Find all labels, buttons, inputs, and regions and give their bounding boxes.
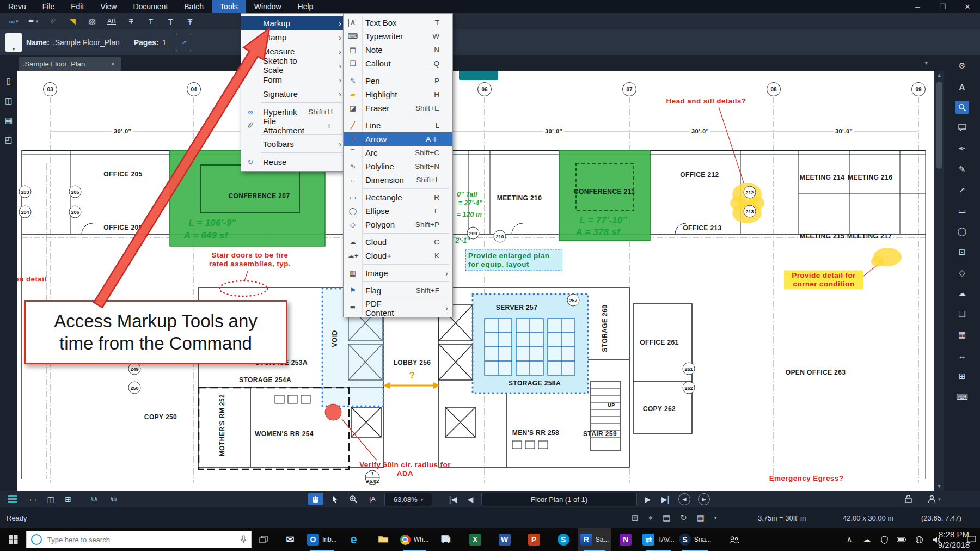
bookmarks-icon[interactable]: ◫ (5, 96, 13, 106)
page-label-box[interactable]: Floor Plan (1 of 1) (481, 493, 637, 506)
taskbar-search[interactable] (26, 531, 252, 548)
profile-button[interactable]: ▾ (923, 493, 945, 505)
taskbar-app-revu[interactable]: RSa... (578, 528, 611, 551)
taskbar-app-edge[interactable]: e (339, 528, 369, 551)
scroll-thumb[interactable] (936, 82, 942, 169)
corner-label[interactable]: Provide detail for corner condition (784, 270, 863, 289)
lobbyq-label[interactable]: ? (409, 370, 415, 381)
spaces-icon[interactable]: ◰ (5, 135, 13, 145)
calligraphy-icon[interactable]: ✒ (955, 142, 969, 155)
menubar-item-batch[interactable]: Batch (176, 0, 212, 13)
search-icon[interactable] (955, 101, 969, 114)
thumbnails-icon[interactable]: ▦ (5, 115, 13, 125)
arrow-tool-icon[interactable]: ↗ (955, 183, 969, 197)
text-box-small-icon[interactable]: T (162, 15, 179, 28)
taskbar-app-onenote[interactable]: N (611, 528, 640, 551)
pin-icon[interactable]: ✛ (431, 136, 439, 143)
snapshot-tool-icon[interactable]: ⊡ (955, 246, 969, 259)
menu-item-highlight[interactable]: ▰HighlightH (344, 88, 452, 101)
vertical-scrollbar[interactable]: ▲ ▼ (934, 71, 944, 491)
status-chevron-icon[interactable]: ▾ (714, 515, 717, 521)
spellcheck-icon[interactable]: AB (103, 15, 120, 28)
headsill-label[interactable]: Head and sill details? (666, 97, 746, 105)
menu-item-ellipse[interactable]: ◯EllipseE (344, 204, 452, 218)
menu-item-arc[interactable]: ⌒ArcShift+C (344, 146, 452, 160)
tab-close-icon[interactable]: × (109, 60, 117, 68)
stairdoors-label[interactable]: Stair doors to be fire rated assemblies,… (204, 251, 296, 268)
scroll-down-icon[interactable]: ▼ (934, 482, 944, 491)
search-input[interactable] (46, 535, 236, 544)
task-view-button[interactable] (252, 528, 275, 551)
text-plus-icon[interactable]: Ŧ (182, 15, 198, 28)
menubar-item-tools[interactable]: Tools (212, 0, 246, 13)
highlighter-cap-icon[interactable]: ◥ (64, 15, 81, 28)
menu-item-callout[interactable]: ❏CalloutQ (344, 57, 452, 70)
text-strike-icon[interactable]: T (123, 15, 139, 28)
meas207l-label[interactable]: L = 106'-9" (188, 218, 236, 229)
tab-sample-floor-plan[interactable]: .Sample Floor_Plan × (19, 57, 121, 71)
menu-item-arrow[interactable]: ↗ArrowA✛ (344, 132, 452, 146)
taskbar-app-teamviewer[interactable]: ⇄TAV... (640, 528, 676, 551)
new-window-icon[interactable]: ⧉ (87, 493, 101, 505)
menubar-item-file[interactable]: File (34, 0, 63, 13)
pen-tool-icon[interactable]: ✎ (955, 163, 969, 176)
zoom-tool-button[interactable] (346, 493, 360, 505)
menu-item-image[interactable]: ▦Image› (344, 266, 452, 280)
insert-page-icon[interactable]: ↗ (176, 34, 191, 51)
previous-page-button[interactable]: ◀ (464, 493, 477, 505)
hyperlink-icon[interactable]: ∞▾ (5, 15, 22, 28)
lock-icon[interactable] (902, 493, 915, 505)
enlarged-label[interactable]: Provide enlarged plan for equip. layout (465, 249, 562, 271)
keyboard-icon[interactable]: ⌨ (955, 390, 969, 403)
battery-icon[interactable] (893, 528, 910, 551)
meas211l-label[interactable]: L = 77'-10" (579, 215, 627, 226)
detach-window-icon[interactable]: ⧉ (107, 493, 121, 505)
menu-item-text-box[interactable]: AText BoxT (344, 16, 452, 29)
menu-item-line[interactable]: ╱LineL (344, 119, 452, 132)
mtall-label[interactable]: 0" Tall (457, 191, 477, 198)
sync-icon[interactable]: ↻ (680, 513, 687, 523)
signature-icon[interactable]: ✒▾ (25, 15, 41, 28)
single-page-view-icon[interactable]: ▭ (26, 493, 40, 505)
attachment-icon[interactable] (45, 15, 61, 28)
menu-item-dimension[interactable]: ↔DimensionShift+L (344, 173, 452, 187)
menu-item-cloud[interactable]: ☁CloudC (344, 235, 452, 249)
menubar-item-document[interactable]: Document (125, 0, 176, 13)
cloud-tool-icon[interactable]: ☁ (955, 287, 969, 300)
taskbar-app-mail[interactable]: ✉ (275, 528, 305, 551)
network-icon[interactable] (910, 528, 928, 551)
file-access-icon[interactable]: ▯ (7, 76, 11, 86)
menu-item-toolbars[interactable]: Toolbars› (241, 137, 346, 151)
egress-label[interactable]: Emergency Egress? (769, 474, 844, 482)
menubar-item-window[interactable]: Window (246, 0, 290, 13)
taskbar-app-word[interactable]: W (490, 528, 519, 551)
first-page-button[interactable]: |◀ (446, 493, 460, 505)
taskbar-app-chrome[interactable]: Wh... (398, 528, 431, 551)
menu-item-typewriter[interactable]: ⌨TypewriterW (344, 29, 452, 43)
ellipse-tool-icon[interactable]: ◯ (955, 225, 969, 238)
menu-item-stamp[interactable]: Stamp› (241, 30, 346, 44)
page-thumbnail-button[interactable]: ▾ (5, 33, 22, 52)
security-shield-icon[interactable] (875, 528, 893, 551)
compare-icon[interactable]: ▦ (697, 513, 705, 523)
ondetail-label[interactable]: on detail (14, 275, 46, 283)
menu-item-pdf-content[interactable]: ≣PDF Content› (344, 301, 452, 315)
m21-label[interactable]: 2'-1" (456, 237, 470, 244)
markup-comment-icon[interactable] (955, 121, 969, 134)
menu-item-signature[interactable]: Signature› (241, 87, 346, 101)
zoom-level-select[interactable]: 63.08% ▾ (384, 493, 432, 506)
menu-item-pen[interactable]: ✎PenP (344, 74, 452, 88)
minimize-icon[interactable]: ─ (905, 0, 930, 13)
menubar-item-help[interactable]: Help (290, 0, 322, 13)
split-view-icon[interactable]: ◫ (44, 493, 58, 505)
scale-indicator[interactable]: 3.75in = 30ft' in (758, 507, 806, 528)
taskbar-app-snagit[interactable]: SSna... (677, 528, 713, 551)
action-center-button[interactable] (963, 528, 980, 551)
tab-list-chevron-icon[interactable]: ▾ (924, 59, 928, 66)
table-tool-icon[interactable]: ⊞ (955, 370, 969, 383)
image-tool-icon[interactable]: ▦ (955, 328, 969, 341)
taskbar-app-store[interactable]: ⛟ (431, 528, 461, 551)
start-button[interactable] (0, 528, 26, 551)
menu-item-flag[interactable]: ⚑FlagShift+F (344, 284, 452, 297)
snap-toggle-icon[interactable]: ⌖ (648, 513, 653, 523)
